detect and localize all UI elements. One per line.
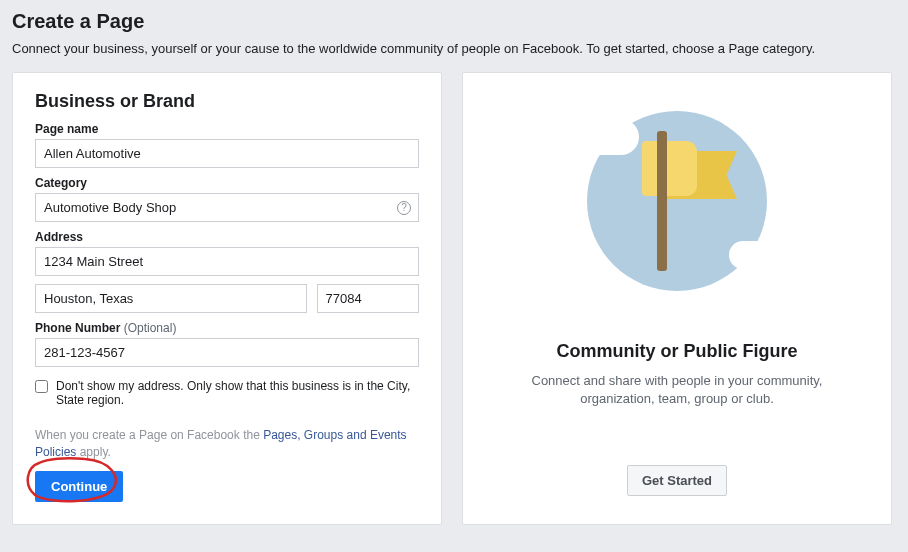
address-label: Address bbox=[35, 230, 419, 244]
business-card-title: Business or Brand bbox=[35, 91, 419, 112]
page-title: Create a Page bbox=[12, 10, 896, 33]
hide-address-label: Don't show my address. Only show that th… bbox=[56, 379, 419, 407]
category-label: Category bbox=[35, 176, 419, 190]
community-card: Community or Public Figure Connect and s… bbox=[462, 72, 892, 525]
cards-row: Business or Brand Page name Category ? A… bbox=[0, 72, 908, 525]
page-name-input[interactable] bbox=[35, 139, 419, 168]
get-started-button[interactable]: Get Started bbox=[627, 465, 727, 496]
continue-button[interactable]: Continue bbox=[35, 471, 123, 502]
street-input[interactable] bbox=[35, 247, 419, 276]
zip-input[interactable] bbox=[317, 284, 420, 313]
page-name-label: Page name bbox=[35, 122, 419, 136]
city-input[interactable] bbox=[35, 284, 307, 313]
page-header: Create a Page Connect your business, you… bbox=[0, 0, 908, 72]
help-icon[interactable]: ? bbox=[397, 201, 411, 215]
phone-input[interactable] bbox=[35, 338, 419, 367]
hide-address-row: Don't show my address. Only show that th… bbox=[35, 379, 419, 407]
category-input[interactable] bbox=[35, 193, 419, 222]
business-card: Business or Brand Page name Category ? A… bbox=[12, 72, 442, 525]
flag-illustration-icon bbox=[567, 101, 787, 301]
community-card-title: Community or Public Figure bbox=[485, 341, 869, 362]
hide-address-checkbox[interactable] bbox=[35, 380, 48, 393]
community-card-description: Connect and share with people in your co… bbox=[485, 372, 869, 408]
page-subtitle: Connect your business, yourself or your … bbox=[12, 41, 896, 56]
phone-label: Phone Number (Optional) bbox=[35, 321, 419, 335]
policy-text: When you create a Page on Facebook the P… bbox=[35, 427, 419, 461]
